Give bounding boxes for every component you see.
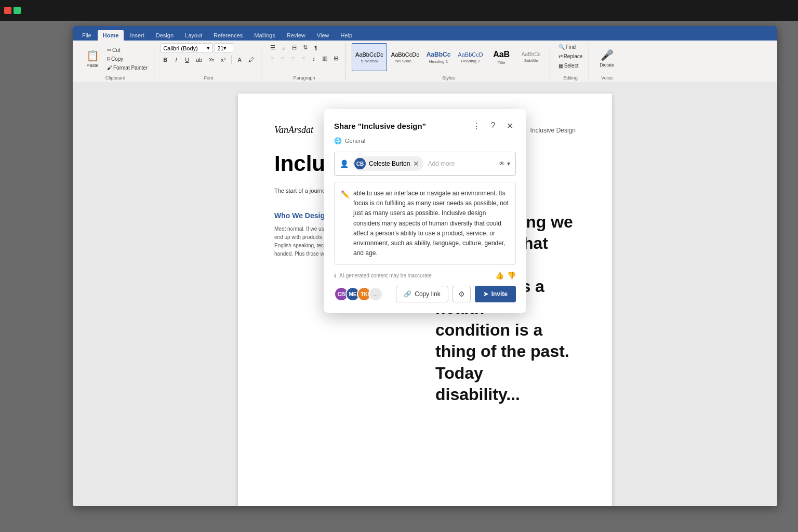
highlight-button[interactable]: 🖊	[246, 56, 257, 64]
paste-icon: 📋	[86, 49, 99, 62]
recipient-remove-button[interactable]: ✕	[413, 160, 419, 167]
copy-button[interactable]: ⎘ Copy	[105, 55, 150, 63]
ribbon-group-editing: 🔍 Find ⇄ Replace ▦ Select Editing	[552, 43, 590, 81]
ai-icon: ✏️	[341, 189, 350, 200]
settings-icon: ⚙	[458, 290, 465, 298]
italic-button[interactable]: I	[171, 56, 181, 64]
select-button[interactable]: ▦ Select	[556, 62, 585, 70]
voice-label: Voice	[601, 75, 613, 81]
tab-help[interactable]: Help	[335, 30, 357, 41]
shared-avatars: CB ME TK ...	[334, 287, 383, 301]
tab-home[interactable]: Home	[98, 30, 124, 41]
style-no-spacing-preview: AaBbCcDc	[391, 51, 419, 58]
style-title[interactable]: AaB Title	[487, 43, 516, 71]
ribbon-tabs: File Home Insert Design Layout Reference…	[73, 26, 777, 41]
person-icon: 👤	[340, 159, 349, 168]
tab-view[interactable]: View	[312, 30, 335, 41]
tab-layout[interactable]: Layout	[180, 30, 207, 41]
chevron-down-icon: ▾	[507, 160, 510, 167]
tab-mailings[interactable]: Mailings	[249, 30, 280, 41]
dialog-header-actions: ⋮ ? ✕	[470, 119, 516, 132]
style-title-label: Title	[498, 60, 506, 65]
ribbon-group-clipboard: 📋 Paste ✂ Cut ⎘ Copy 🖌	[77, 43, 154, 81]
shared-avatar-more[interactable]: ...	[368, 287, 383, 301]
style-normal[interactable]: AaBbCcDc ¶ Normal	[352, 43, 387, 71]
tab-review[interactable]: Review	[282, 30, 311, 41]
bullets-button[interactable]: ☰	[268, 43, 278, 52]
ribbon-group-paragraph: ☰ ≡ ⊟ ⇅ ¶ ≡ ≡ ≡ ≡ ↕ ▥ ⊞	[263, 43, 345, 81]
sort-button[interactable]: ⇅	[300, 43, 310, 52]
paste-button[interactable]: 📋 Paste	[81, 44, 104, 74]
send-icon: ➤	[483, 290, 488, 298]
invite-button[interactable]: ➤ Invite	[475, 286, 516, 302]
copy-link-button[interactable]: 🔗 Copy link	[396, 286, 448, 302]
outline-button[interactable]: ⊟	[289, 43, 299, 52]
disclaimer-text: AI-generated content may be inaccurate	[339, 273, 432, 278]
ribbon: File Home Insert Design Layout Reference…	[73, 26, 777, 83]
find-button[interactable]: 🔍 Find	[556, 43, 585, 51]
clipboard-controls: 📋 Paste ✂ Cut ⎘ Copy 🖌	[81, 43, 150, 74]
style-heading1-preview: AaBbCc	[427, 51, 451, 58]
style-subtitle-label: Subtitle	[524, 58, 538, 63]
font-size-selector[interactable]: 21 ▾	[215, 43, 233, 53]
align-right-button[interactable]: ≡	[288, 54, 298, 63]
share-input-area[interactable]: 👤 CB Celeste Burton ✕ Add more 👁 ▾	[334, 152, 516, 176]
align-center-button[interactable]: ≡	[278, 54, 287, 63]
cut-button[interactable]: ✂ Cut	[105, 46, 150, 54]
close-button[interactable]: ✕	[503, 119, 516, 132]
style-subtitle[interactable]: AaBbCc Subtitle	[517, 43, 546, 71]
shading-button[interactable]: ▥	[320, 54, 330, 63]
tab-file[interactable]: File	[77, 30, 97, 41]
more-options-button[interactable]: ⋮	[470, 119, 483, 132]
info-icon: ℹ	[334, 273, 336, 278]
replace-icon: ⇄	[558, 54, 563, 59]
share-settings-button[interactable]: ⚙	[453, 286, 471, 302]
format-painter-icon: 🖌	[107, 65, 112, 71]
footer-actions: 🔗 Copy link ⚙ ➤ Invite	[396, 286, 516, 302]
bold-button[interactable]: B	[161, 56, 170, 64]
style-heading1-label: Heading 1	[429, 59, 448, 64]
help-button[interactable]: ?	[487, 119, 499, 132]
paragraph-label: Paragraph	[294, 75, 315, 81]
style-title-preview: AaB	[493, 50, 510, 59]
style-heading1[interactable]: AaBbCc Heading 1	[423, 43, 454, 71]
thumbs-up-button[interactable]: 👍	[495, 271, 504, 280]
borders-button[interactable]: ⊞	[331, 54, 341, 63]
taskbar-dot-red	[4, 7, 11, 14]
subscript-button[interactable]: x₂	[206, 55, 217, 64]
recipient-tag: CB Celeste Burton ✕	[353, 156, 423, 171]
styles-area: AaBbCcDc ¶ Normal AaBbCcDc No Spac... Aa…	[352, 43, 546, 71]
line-spacing-button[interactable]: ↕	[309, 54, 318, 63]
ribbon-group-font: Calibri (Body) ▾ 21 ▾ B I U ab x₂	[156, 43, 261, 81]
tab-design[interactable]: Design	[151, 30, 179, 41]
style-heading2[interactable]: AaBbCcD Heading 2	[455, 43, 486, 71]
tab-insert[interactable]: Insert	[125, 30, 150, 41]
eye-icon: 👁	[499, 160, 505, 167]
share-dialog: Share "Inclusive design" ⋮ ? ✕ 🌐 General…	[324, 109, 526, 313]
ai-content-text: able to use an interface or navigate an …	[353, 189, 509, 258]
permission-button[interactable]: 👁 ▾	[499, 160, 510, 167]
font-name-selector[interactable]: Calibri (Body) ▾	[161, 43, 212, 53]
pilcrow-button[interactable]: ¶	[311, 43, 321, 52]
styles-label: Styles	[442, 75, 455, 81]
underline-button[interactable]: U	[182, 56, 192, 64]
replace-button[interactable]: ⇄ Replace	[556, 52, 585, 60]
thumbs-down-button[interactable]: 👎	[507, 271, 516, 280]
format-painter-button[interactable]: 🖌 Format Painter	[105, 64, 150, 72]
ribbon-group-styles: AaBbCcDc ¶ Normal AaBbCcDc No Spac... Aa…	[348, 43, 550, 81]
document-area: VanArsdat VA Inclusive Design Inclusive:…	[73, 83, 777, 506]
strikethrough-button[interactable]: ab	[193, 56, 205, 64]
style-no-spacing[interactable]: AaBbCcDc No Spac...	[388, 43, 422, 71]
numbering-button[interactable]: ≡	[279, 43, 288, 52]
dictate-button[interactable]: 🎤 Dictate	[595, 43, 618, 73]
justify-button[interactable]: ≡	[299, 54, 308, 63]
recipient-avatar: CB	[354, 158, 366, 169]
tab-references[interactable]: References	[208, 30, 248, 41]
doc-title-right: Inclusive Design	[530, 127, 576, 134]
select-icon: ▦	[558, 63, 563, 69]
align-left-button[interactable]: ≡	[268, 54, 277, 63]
font-color-button[interactable]: A	[235, 56, 244, 64]
superscript-button[interactable]: x²	[218, 56, 228, 64]
style-subtitle-preview: AaBbCc	[522, 51, 541, 57]
find-icon: 🔍	[558, 44, 565, 50]
